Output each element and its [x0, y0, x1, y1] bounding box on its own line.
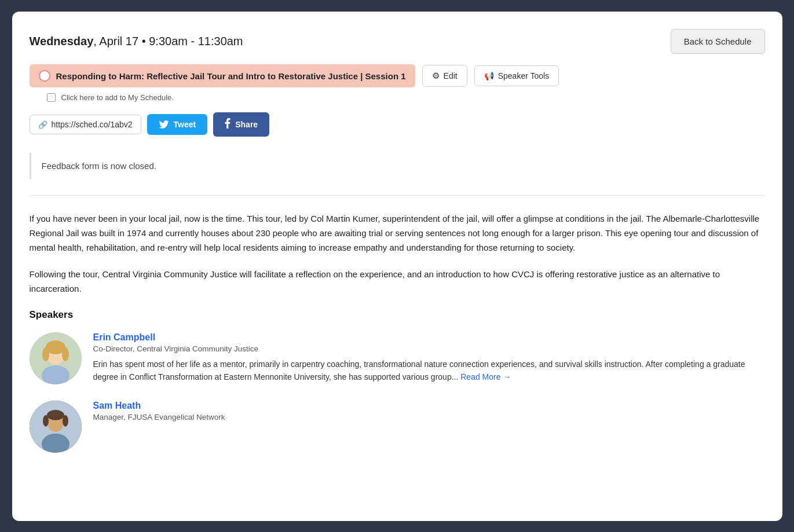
share-row: https://sched.co/1abv2 Tweet Share	[30, 112, 765, 137]
svg-point-5	[42, 347, 49, 361]
speaker-bio-erin: Erin has spent most of her life as a men…	[93, 358, 765, 384]
speaker-row: Erin Campbell Co-Director, Central Virgi…	[30, 332, 765, 384]
read-more-erin[interactable]: Read More	[460, 372, 511, 381]
speaker-name-sam[interactable]: Sam Heath	[93, 401, 765, 411]
session-url: https://sched.co/1abv2	[52, 120, 133, 129]
svg-point-10	[47, 410, 64, 420]
twitter-icon	[159, 120, 169, 129]
description-paragraph-1: If you have never been in your local jai…	[30, 212, 765, 255]
speakers-section: Speakers Erin Campbell Co-Director,	[30, 309, 765, 453]
speaker-info-sam: Sam Heath Manager, FJUSA Evangelical Net…	[93, 401, 765, 426]
divider	[30, 195, 765, 196]
session-bar: Responding to Harm: Reflective Jail Tour…	[30, 64, 765, 87]
speaker-name-erin[interactable]: Erin Campbell	[93, 332, 765, 343]
share-label: Share	[235, 120, 258, 129]
speaker-role-erin: Co-Director, Central Virginia Community …	[93, 344, 765, 353]
speaker-role-sam: Manager, FJUSA Evangelical Network	[93, 413, 765, 421]
link-icon	[38, 120, 47, 129]
tweet-button[interactable]: Tweet	[147, 114, 208, 135]
add-to-schedule-row[interactable]: Click here to add to My Schedule.	[47, 93, 765, 102]
url-box: https://sched.co/1abv2	[30, 115, 141, 134]
feedback-text: Feedback form is now closed.	[42, 161, 156, 171]
session-card: Wednesday, April 17 • 9:30am - 11:30am B…	[12, 12, 782, 521]
speaker-avatar-sam	[30, 401, 82, 453]
header-row: Wednesday, April 17 • 9:30am - 11:30am B…	[30, 29, 765, 54]
speaker-info-erin: Erin Campbell Co-Director, Central Virgi…	[93, 332, 765, 384]
svg-point-12	[63, 415, 68, 427]
feedback-box: Feedback form is now closed.	[30, 153, 765, 179]
speaker-tools-button[interactable]: Speaker Tools	[474, 65, 559, 86]
day-label: Wednesday	[30, 35, 94, 47]
tweet-label: Tweet	[174, 120, 196, 129]
megaphone-icon	[484, 71, 494, 80]
add-to-schedule-label: Click here to add to My Schedule.	[61, 93, 174, 102]
edit-label: Edit	[444, 71, 458, 80]
session-pill: Responding to Harm: Reflective Jail Tour…	[30, 64, 415, 87]
gear-icon	[432, 71, 440, 81]
svg-point-6	[62, 347, 69, 361]
speakers-title: Speakers	[30, 309, 765, 321]
session-dot	[39, 70, 50, 82]
share-button[interactable]: Share	[213, 112, 269, 137]
speaker-tools-label: Speaker Tools	[498, 71, 549, 80]
description-paragraph-2: Following the tour, Central Virginia Com…	[30, 267, 765, 296]
session-title: Responding to Harm: Reflective Jail Tour…	[56, 71, 406, 81]
facebook-icon	[225, 118, 230, 131]
edit-button[interactable]: Edit	[422, 65, 467, 87]
date-time: Wednesday, April 17 • 9:30am - 11:30am	[30, 35, 243, 48]
back-to-schedule-button[interactable]: Back to Schedule	[671, 29, 765, 54]
speaker-row-2: Sam Heath Manager, FJUSA Evangelical Net…	[30, 401, 765, 453]
speaker-avatar-erin	[30, 332, 82, 384]
svg-point-11	[43, 415, 49, 427]
date-detail: , April 17 • 9:30am - 11:30am	[93, 35, 243, 47]
